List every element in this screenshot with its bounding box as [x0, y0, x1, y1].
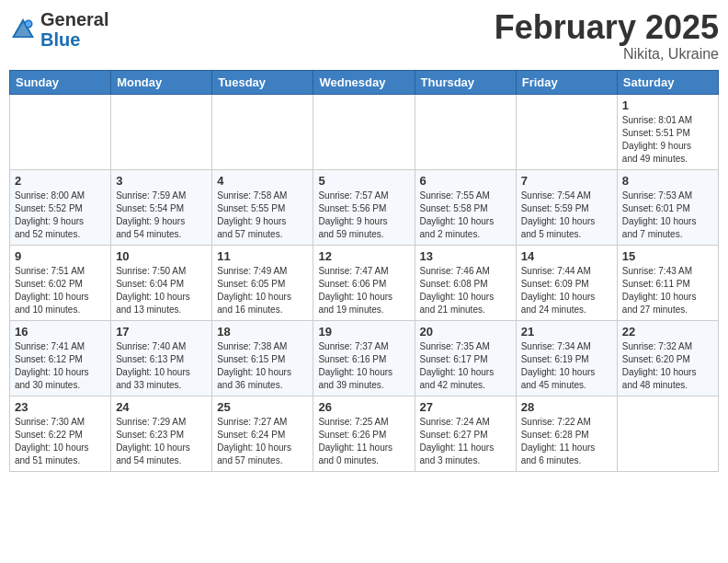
logo-icon: [9, 16, 37, 43]
day-info: Sunrise: 7:50 AM Sunset: 6:04 PM Dayligh…: [116, 265, 207, 316]
day-info: Sunrise: 7:58 AM Sunset: 5:55 PM Dayligh…: [217, 190, 308, 241]
day-number: 13: [420, 249, 511, 263]
day-info: Sunrise: 7:44 AM Sunset: 6:09 PM Dayligh…: [521, 265, 612, 316]
day-number: 14: [521, 249, 612, 263]
calendar-cell: 19Sunrise: 7:37 AM Sunset: 6:16 PM Dayli…: [313, 320, 415, 396]
calendar-cell: 20Sunrise: 7:35 AM Sunset: 6:17 PM Dayli…: [415, 320, 516, 396]
calendar-cell: 14Sunrise: 7:44 AM Sunset: 6:09 PM Dayli…: [516, 245, 617, 320]
day-info: Sunrise: 7:41 AM Sunset: 6:12 PM Dayligh…: [15, 340, 106, 392]
day-info: Sunrise: 7:54 AM Sunset: 5:59 PM Dayligh…: [521, 190, 612, 241]
weekday-header: Sunday: [10, 70, 111, 94]
day-info: Sunrise: 7:55 AM Sunset: 5:58 PM Dayligh…: [420, 190, 511, 241]
calendar-week-row: 9Sunrise: 7:51 AM Sunset: 6:02 PM Daylig…: [10, 245, 719, 320]
day-number: 28: [521, 400, 612, 414]
calendar-cell: 16Sunrise: 7:41 AM Sunset: 6:12 PM Dayli…: [10, 320, 111, 396]
logo: General Blue: [9, 9, 108, 50]
day-info: Sunrise: 7:30 AM Sunset: 6:22 PM Dayligh…: [15, 416, 106, 467]
day-info: Sunrise: 7:53 AM Sunset: 6:01 PM Dayligh…: [622, 190, 713, 241]
calendar-week-row: 2Sunrise: 8:00 AM Sunset: 5:52 PM Daylig…: [10, 169, 719, 245]
calendar-cell: 13Sunrise: 7:46 AM Sunset: 6:08 PM Dayli…: [415, 245, 516, 320]
calendar-cell: 18Sunrise: 7:38 AM Sunset: 6:15 PM Dayli…: [212, 320, 313, 396]
day-info: Sunrise: 7:25 AM Sunset: 6:26 PM Dayligh…: [318, 416, 409, 467]
day-info: Sunrise: 8:01 AM Sunset: 5:51 PM Dayligh…: [622, 114, 713, 166]
day-info: Sunrise: 8:00 AM Sunset: 5:52 PM Dayligh…: [15, 190, 106, 241]
day-number: 18: [217, 325, 308, 339]
calendar-cell: [313, 94, 415, 169]
day-number: 5: [318, 174, 409, 188]
calendar-cell: 28Sunrise: 7:22 AM Sunset: 6:28 PM Dayli…: [516, 396, 617, 471]
day-info: Sunrise: 7:22 AM Sunset: 6:28 PM Dayligh…: [521, 416, 612, 467]
day-info: Sunrise: 7:32 AM Sunset: 6:20 PM Dayligh…: [622, 340, 713, 392]
calendar-cell: 21Sunrise: 7:34 AM Sunset: 6:19 PM Dayli…: [516, 320, 617, 396]
day-number: 26: [318, 400, 409, 414]
day-number: 22: [622, 325, 713, 339]
day-info: Sunrise: 7:47 AM Sunset: 6:06 PM Dayligh…: [318, 265, 409, 316]
calendar: SundayMondayTuesdayWednesdayThursdayFrid…: [9, 70, 719, 472]
calendar-cell: [415, 94, 516, 169]
page-header: General Blue February 2025 Nikita, Ukrai…: [9, 9, 719, 63]
calendar-cell: [10, 94, 111, 169]
day-number: 25: [217, 400, 308, 414]
calendar-cell: 15Sunrise: 7:43 AM Sunset: 6:11 PM Dayli…: [617, 245, 718, 320]
day-number: 3: [116, 174, 207, 188]
day-number: 19: [318, 325, 409, 339]
calendar-cell: [516, 94, 617, 169]
day-info: Sunrise: 7:29 AM Sunset: 6:23 PM Dayligh…: [116, 416, 207, 467]
weekday-header: Monday: [111, 70, 212, 94]
calendar-cell: 25Sunrise: 7:27 AM Sunset: 6:24 PM Dayli…: [212, 396, 313, 471]
day-number: 12: [318, 249, 409, 263]
day-info: Sunrise: 7:27 AM Sunset: 6:24 PM Dayligh…: [217, 416, 308, 467]
calendar-week-row: 1Sunrise: 8:01 AM Sunset: 5:51 PM Daylig…: [10, 94, 719, 169]
svg-point-3: [26, 21, 31, 27]
day-number: 10: [116, 249, 207, 263]
day-info: Sunrise: 7:59 AM Sunset: 5:54 PM Dayligh…: [116, 190, 207, 241]
day-number: 4: [217, 174, 308, 188]
logo-text: General Blue: [40, 9, 108, 50]
calendar-cell: 17Sunrise: 7:40 AM Sunset: 6:13 PM Dayli…: [111, 320, 212, 396]
day-info: Sunrise: 7:37 AM Sunset: 6:16 PM Dayligh…: [318, 340, 409, 392]
day-number: 16: [15, 325, 106, 339]
day-number: 23: [15, 400, 106, 414]
day-info: Sunrise: 7:57 AM Sunset: 5:56 PM Dayligh…: [318, 190, 409, 241]
day-number: 7: [521, 174, 612, 188]
calendar-week-row: 16Sunrise: 7:41 AM Sunset: 6:12 PM Dayli…: [10, 320, 719, 396]
day-number: 8: [622, 174, 713, 188]
calendar-cell: 22Sunrise: 7:32 AM Sunset: 6:20 PM Dayli…: [617, 320, 718, 396]
calendar-cell: 7Sunrise: 7:54 AM Sunset: 5:59 PM Daylig…: [516, 169, 617, 245]
calendar-cell: 6Sunrise: 7:55 AM Sunset: 5:58 PM Daylig…: [415, 169, 516, 245]
calendar-cell: 23Sunrise: 7:30 AM Sunset: 6:22 PM Dayli…: [10, 396, 111, 471]
calendar-cell: 3Sunrise: 7:59 AM Sunset: 5:54 PM Daylig…: [111, 169, 212, 245]
day-number: 2: [15, 174, 106, 188]
main-title: February 2025: [495, 9, 719, 46]
day-number: 21: [521, 325, 612, 339]
calendar-cell: 2Sunrise: 8:00 AM Sunset: 5:52 PM Daylig…: [10, 169, 111, 245]
calendar-cell: 9Sunrise: 7:51 AM Sunset: 6:02 PM Daylig…: [10, 245, 111, 320]
weekday-header: Thursday: [415, 70, 516, 94]
logo-blue: Blue: [40, 29, 80, 50]
day-info: Sunrise: 7:34 AM Sunset: 6:19 PM Dayligh…: [521, 340, 612, 392]
calendar-cell: 1Sunrise: 8:01 AM Sunset: 5:51 PM Daylig…: [617, 94, 718, 169]
day-number: 9: [15, 249, 106, 263]
day-number: 1: [622, 98, 713, 112]
subtitle: Nikita, Ukraine: [495, 46, 719, 63]
day-number: 15: [622, 249, 713, 263]
calendar-header-row: SundayMondayTuesdayWednesdayThursdayFrid…: [10, 70, 719, 94]
day-number: 17: [116, 325, 207, 339]
logo-general: General: [40, 9, 108, 29]
day-number: 27: [420, 400, 511, 414]
calendar-cell: 10Sunrise: 7:50 AM Sunset: 6:04 PM Dayli…: [111, 245, 212, 320]
day-info: Sunrise: 7:49 AM Sunset: 6:05 PM Dayligh…: [217, 265, 308, 316]
calendar-cell: [617, 396, 718, 471]
calendar-cell: 5Sunrise: 7:57 AM Sunset: 5:56 PM Daylig…: [313, 169, 415, 245]
calendar-cell: 8Sunrise: 7:53 AM Sunset: 6:01 PM Daylig…: [617, 169, 718, 245]
weekday-header: Tuesday: [212, 70, 313, 94]
calendar-cell: 26Sunrise: 7:25 AM Sunset: 6:26 PM Dayli…: [313, 396, 415, 471]
day-info: Sunrise: 7:43 AM Sunset: 6:11 PM Dayligh…: [622, 265, 713, 316]
weekday-header: Wednesday: [313, 70, 415, 94]
calendar-cell: 24Sunrise: 7:29 AM Sunset: 6:23 PM Dayli…: [111, 396, 212, 471]
calendar-cell: 4Sunrise: 7:58 AM Sunset: 5:55 PM Daylig…: [212, 169, 313, 245]
title-block: February 2025 Nikita, Ukraine: [495, 9, 719, 63]
day-info: Sunrise: 7:38 AM Sunset: 6:15 PM Dayligh…: [217, 340, 308, 392]
weekday-header: Friday: [516, 70, 617, 94]
day-number: 20: [420, 325, 511, 339]
